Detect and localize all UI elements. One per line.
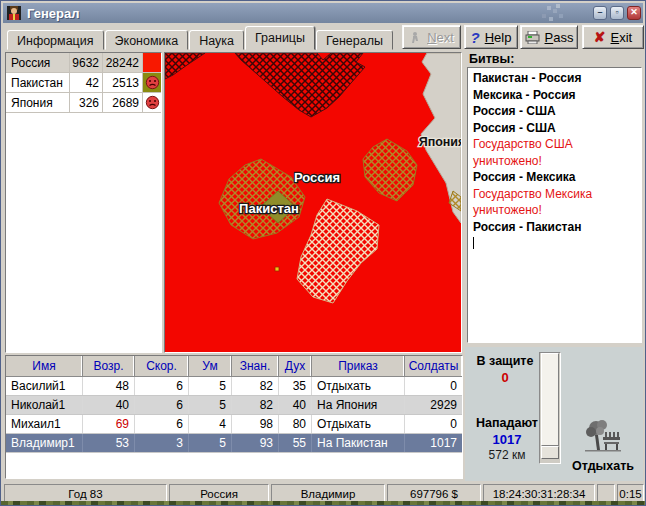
general-row-mikhail[interactable]: Михаил1 69 6 4 98 80 Отдыхать 0	[6, 415, 462, 434]
defense-label: В защите	[465, 354, 545, 368]
col-header-age: Возр.	[83, 356, 135, 376]
state-destroyed-note: Государство Мексика уничтожено!	[473, 186, 636, 219]
country-value-2: 2513	[103, 73, 143, 92]
exit-button[interactable]: ✘ Exit	[582, 25, 644, 49]
maximize-button[interactable]: ▫	[610, 6, 624, 20]
titlebar[interactable]: Генерал – ▫ ✕	[3, 3, 643, 23]
close-button[interactable]: ✕	[627, 6, 641, 20]
country-color-swatch	[143, 53, 161, 72]
pass-button[interactable]: Pass	[520, 25, 578, 49]
help-button[interactable]: ? Help	[464, 25, 518, 49]
country-name: Пакистан	[6, 73, 70, 92]
country-value-1: 326	[70, 93, 103, 112]
tab-science[interactable]: Наука	[189, 30, 244, 50]
battle-item: Мексика - Россия	[473, 87, 636, 104]
distance-value: 572 км	[465, 448, 549, 462]
country-value-1: 42	[70, 73, 103, 92]
country-name: Россия	[6, 53, 70, 72]
attack-value: 1017	[465, 432, 549, 447]
battle-item: Пакистан - Россия	[473, 70, 636, 87]
rest-order-button[interactable]: Отдыхать	[563, 419, 643, 477]
battles-listbox[interactable]: Пакистан - Россия Мексика - Россия Росси…	[467, 67, 642, 343]
exit-x-icon: ✘	[594, 29, 606, 45]
generals-table-header: Имя Возр. Скор. Ум Знан. Дух Приказ Солд…	[6, 356, 462, 377]
country-row-russia[interactable]: Россия 9632 28242	[6, 53, 161, 73]
attack-label: Нападают	[465, 416, 549, 430]
general-row-vasiliy[interactable]: Василий1 48 6 5 82 35 Отдыхать 0	[6, 377, 462, 396]
country-list: Россия 9632 28242 Пакистан 42 2513 Япони…	[5, 52, 162, 353]
tab-borders[interactable]: Границы	[245, 26, 315, 50]
general-row-nikolay[interactable]: Николай1 40 6 5 82 40 На Япония 2929	[6, 396, 462, 415]
general-app-icon	[6, 5, 22, 21]
state-destroyed-note: Государство США уничтожено!	[473, 136, 636, 169]
col-header-spirit: Дух	[279, 356, 312, 376]
tab-information[interactable]: Информация	[7, 30, 104, 50]
tab-generals[interactable]: Генералы	[316, 30, 393, 50]
titlebar-texture	[547, 6, 551, 10]
map-label-pakistan: Пакистан	[239, 201, 299, 216]
defense-value: 0	[465, 370, 545, 385]
text-caret	[473, 237, 474, 249]
battles-title: Битвы:	[469, 52, 514, 66]
angry-face-icon	[143, 73, 161, 92]
col-header-order: Приказ	[312, 356, 405, 376]
window-title: Генерал	[27, 6, 79, 21]
battle-item: Россия - Мексика	[473, 169, 636, 186]
angry-face-icon	[143, 93, 161, 112]
col-header-soldiers: Солдаты	[405, 356, 462, 376]
desktop-wallpaper-strip	[1, 501, 645, 505]
world-map[interactable]: Россия Пакистан Япония	[164, 52, 462, 353]
minimize-button[interactable]: –	[593, 6, 607, 20]
tab-bar: Информация Экономика Наука Границы Генер…	[7, 28, 394, 50]
col-header-name: Имя	[6, 356, 83, 376]
map-label-russia: Россия	[294, 170, 340, 185]
battle-item: Россия - США	[473, 120, 636, 137]
battle-item: Россия - Пакистан	[473, 219, 636, 236]
country-row-pakistan[interactable]: Пакистан 42 2513	[6, 73, 161, 93]
col-header-speed: Скор.	[135, 356, 189, 376]
help-question-icon: ?	[471, 29, 480, 46]
tab-economy[interactable]: Экономика	[105, 30, 189, 50]
col-header-knowledge: Знан.	[232, 356, 279, 376]
general-row-vladimir-selected[interactable]: Владимир1 53 3 5 93 55 На Пакистан 1017	[6, 434, 462, 453]
battle-item: Россия - США	[473, 103, 636, 120]
rest-order-label: Отдыхать	[563, 459, 643, 473]
col-header-intellect: Ум	[189, 356, 232, 376]
country-name: Япония	[6, 93, 70, 112]
next-button: Next	[402, 25, 461, 49]
game-window: Генерал – ▫ ✕ Информация Экономика Наука…	[0, 0, 646, 506]
map-label-japan: Япония	[419, 135, 461, 149]
country-row-japan[interactable]: Япония 326 2689	[6, 93, 161, 113]
printer-icon	[525, 31, 540, 44]
country-value-1: 9632	[70, 53, 103, 72]
order-panel: В защите 0 Нападают 1017 572 км Отдыхать	[465, 347, 643, 481]
age-alert-value: 69	[83, 415, 135, 433]
generals-table: Имя Возр. Скор. Ум Знан. Дух Приказ Солд…	[5, 355, 463, 479]
rest-park-icon	[583, 419, 623, 453]
next-soldier-icon	[409, 31, 422, 44]
map-unit-dot	[275, 267, 279, 271]
country-value-2: 2689	[103, 93, 143, 112]
country-value-2: 28242	[103, 53, 143, 72]
